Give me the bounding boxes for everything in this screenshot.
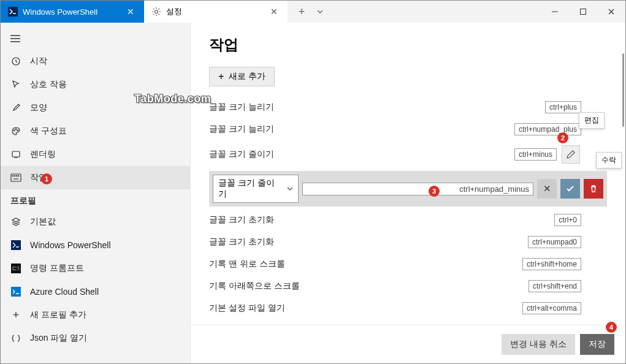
gear-icon bbox=[151, 7, 161, 17]
discard-button[interactable]: 변경 내용 취소 bbox=[502, 334, 575, 355]
svg-point-10 bbox=[17, 130, 18, 131]
action-keybinding: ctrl+alt+comma bbox=[522, 302, 581, 314]
svg-text:C:\: C:\ bbox=[12, 265, 20, 271]
new-tab-button[interactable]: + bbox=[292, 2, 311, 21]
annotation-badge: 2 bbox=[557, 132, 568, 143]
svg-point-16 bbox=[16, 175, 17, 176]
page-title: 작업 bbox=[209, 35, 607, 55]
watermark: TabMode.com bbox=[134, 93, 211, 105]
annotation-badge: 1 bbox=[41, 173, 52, 184]
action-name: 기록 아래쪽으로 스크롤 bbox=[209, 281, 362, 292]
close-icon[interactable]: ✕ bbox=[268, 6, 280, 18]
sidebar-item-label: 색 구성표 bbox=[30, 126, 67, 137]
rendering-icon bbox=[10, 149, 21, 160]
minimize-button[interactable] bbox=[541, 1, 569, 23]
sidebar-item-label: 상호 작용 bbox=[30, 79, 67, 90]
keyboard-icon bbox=[10, 172, 21, 183]
sidebar-item-actions[interactable]: 작업 1 bbox=[1, 166, 190, 189]
action-row[interactable]: 글꼴 크기 초기화 ctrl+0 bbox=[209, 209, 607, 231]
action-row[interactable]: 글꼴 크기 줄이기 ctrl+minus 2 수락 bbox=[209, 140, 607, 169]
add-new-button[interactable]: + 새로 추가 bbox=[209, 67, 275, 86]
annotation-badge: 3 bbox=[429, 186, 440, 197]
tab-label: 설정 bbox=[166, 6, 182, 17]
accept-tooltip: 수락 bbox=[596, 152, 622, 169]
sidebar-item-startup[interactable]: 시작 bbox=[1, 50, 190, 73]
layers-icon bbox=[10, 216, 21, 227]
add-new-label: 새로 추가 bbox=[229, 71, 265, 82]
sidebar: 시작 상호 작용 모양 색 구성표 렌더링 작업 1 프로필 기본값 bbox=[1, 23, 191, 363]
app-body: 시작 상호 작용 모양 색 구성표 렌더링 작업 1 프로필 기본값 bbox=[1, 23, 625, 363]
svg-rect-13 bbox=[11, 174, 21, 181]
action-row[interactable]: 글꼴 크기 초기화 ctrl+numpad0 bbox=[209, 231, 607, 253]
sidebar-item-colors[interactable]: 색 구성표 bbox=[1, 119, 190, 143]
powershell-icon bbox=[8, 7, 18, 17]
action-keybinding: ctrl+shift+home bbox=[522, 258, 581, 270]
svg-point-17 bbox=[18, 175, 18, 176]
sidebar-item-rendering[interactable]: 렌더링 bbox=[1, 143, 190, 166]
keybinding-input-wrap[interactable]: 3 bbox=[302, 183, 533, 195]
tab-powershell[interactable]: Windows PowerShell ✕ bbox=[1, 1, 144, 23]
cancel-edit-button[interactable]: ✕ bbox=[537, 179, 557, 199]
sidebar-profile-azure[interactable]: Azure Cloud Shell bbox=[1, 280, 190, 303]
plus-icon: + bbox=[10, 309, 21, 320]
svg-rect-22 bbox=[11, 287, 21, 297]
close-icon[interactable]: ✕ bbox=[124, 6, 137, 18]
edit-button[interactable]: 2 bbox=[562, 145, 580, 164]
action-row[interactable]: 글꼴 크기 늘리기 ctrl+plus bbox=[209, 96, 607, 118]
sidebar-profile-defaults[interactable]: 기본값 bbox=[1, 210, 190, 233]
close-button[interactable] bbox=[597, 1, 625, 23]
action-select[interactable]: 글꼴 크기 줄이기 bbox=[213, 175, 299, 203]
sidebar-item-label: 렌더링 bbox=[30, 149, 56, 160]
sidebar-item-label: 시작 bbox=[30, 56, 47, 67]
action-row[interactable]: 기록 아래쪽으로 스크롤 ctrl+shift+end bbox=[209, 275, 607, 297]
brush-icon bbox=[10, 102, 21, 113]
titlebar-buttons: + bbox=[292, 2, 329, 21]
sidebar-item-label: Json 파일 열기 bbox=[30, 333, 87, 344]
action-name: 기본 설정 파일 열기 bbox=[209, 303, 362, 314]
hamburger-button[interactable] bbox=[1, 29, 190, 50]
main-content: 작업 + 새로 추가 글꼴 크기 늘리기 ctrl+plus 글꼴 크기 늘리기 bbox=[191, 23, 625, 363]
svg-point-9 bbox=[15, 129, 17, 130]
edit-tooltip: 편집 bbox=[579, 112, 605, 129]
footer: 변경 내용 취소 저장 4 bbox=[191, 325, 625, 363]
svg-rect-11 bbox=[12, 151, 20, 157]
action-keybinding: ctrl+0 bbox=[554, 214, 581, 226]
maximize-button[interactable] bbox=[569, 1, 597, 23]
sidebar-profile-cmd[interactable]: C:\ 명령 프롬프트 bbox=[1, 257, 190, 280]
action-name: 기록 맨 위로 스크롤 bbox=[209, 259, 362, 270]
profiles-heading: 프로필 bbox=[1, 189, 190, 210]
keybinding-input[interactable] bbox=[307, 184, 529, 194]
action-keybinding: ctrl+shift+end bbox=[529, 280, 581, 292]
action-keybinding: ctrl+plus bbox=[545, 101, 581, 113]
powershell-icon bbox=[10, 240, 21, 251]
action-row[interactable]: 글꼴 크기 늘리기 ctrl+numpad_plus 편집 bbox=[209, 118, 607, 140]
action-keybinding: ctrl+minus bbox=[514, 148, 557, 161]
svg-rect-3 bbox=[581, 9, 586, 15]
scrollbar[interactable] bbox=[622, 53, 624, 127]
sidebar-item-label: Windows PowerShell bbox=[30, 240, 111, 250]
action-row[interactable]: 기본 설정 파일 열기 ctrl+alt+comma bbox=[209, 297, 607, 319]
sidebar-profile-powershell[interactable]: Windows PowerShell bbox=[1, 233, 190, 257]
sidebar-item-label: Azure Cloud Shell bbox=[30, 287, 99, 297]
delete-button[interactable] bbox=[584, 179, 603, 199]
save-button[interactable]: 저장 bbox=[580, 334, 614, 355]
sidebar-add-profile[interactable]: + 새 프로필 추가 bbox=[1, 303, 190, 327]
svg-point-8 bbox=[13, 130, 15, 131]
annotation-badge: 4 bbox=[606, 322, 617, 333]
action-name: 글꼴 크기 늘리기 bbox=[209, 124, 362, 135]
accept-edit-button[interactable] bbox=[560, 179, 580, 199]
action-row[interactable]: 기록 맨 위로 스크롤 ctrl+shift+home bbox=[209, 253, 607, 275]
sidebar-open-json[interactable]: Json 파일 열기 bbox=[1, 327, 190, 350]
action-edit-row: 글꼴 크기 줄이기 3 ✕ bbox=[209, 171, 607, 207]
action-name: 글꼴 크기 초기화 bbox=[209, 237, 362, 248]
tab-settings[interactable]: 설정 ✕ bbox=[144, 1, 288, 23]
titlebar: Windows PowerShell ✕ 설정 ✕ + bbox=[1, 1, 625, 23]
sidebar-item-label: 기본값 bbox=[30, 216, 56, 227]
svg-point-15 bbox=[14, 175, 15, 176]
action-name: 글꼴 크기 초기화 bbox=[209, 214, 362, 226]
sidebar-item-label: 모양 bbox=[30, 102, 47, 113]
action-name: 글꼴 크기 늘리기 bbox=[209, 102, 362, 113]
main-scroll[interactable]: 작업 + 새로 추가 글꼴 크기 늘리기 ctrl+plus 글꼴 크기 늘리기 bbox=[191, 23, 625, 325]
action-select-label: 글꼴 크기 줄이기 bbox=[218, 178, 282, 200]
dropdown-button[interactable] bbox=[311, 2, 329, 21]
